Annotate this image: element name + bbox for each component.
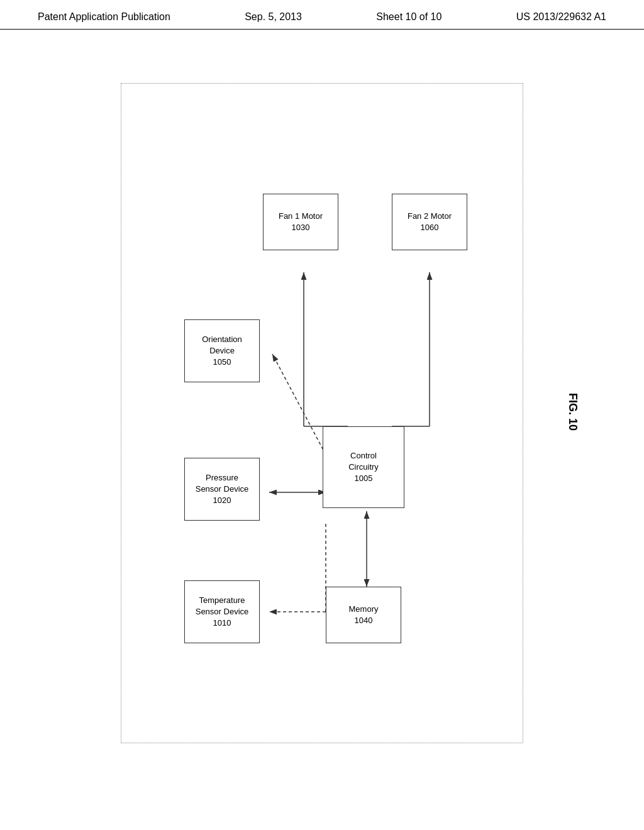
- pressure-label-line2: Sensor Device: [196, 484, 249, 495]
- diagram-container: Fan 1 Motor 1030 Fan 2 Motor 1060 Orient…: [121, 83, 523, 743]
- orientation-device-block: Orientation Device 1050: [184, 319, 260, 382]
- memory-label-line1: Memory: [349, 604, 379, 615]
- temp-label-line1: Temperature: [199, 595, 245, 606]
- orientation-label-line3: 1050: [213, 357, 231, 368]
- arrows-svg: [121, 84, 523, 743]
- orientation-label-line2: Device: [209, 345, 235, 357]
- memory-label-line2: 1040: [355, 615, 373, 626]
- page-header: Patent Application Publication Sep. 5, 2…: [0, 0, 644, 30]
- pressure-label-line3: 1020: [213, 495, 231, 506]
- fan1-motor-block: Fan 1 Motor 1030: [263, 194, 338, 250]
- control-label-line3: 1005: [355, 473, 373, 484]
- header-sheet-info: Sheet 10 of 10: [376, 11, 441, 23]
- svg-line-6: [272, 354, 326, 455]
- control-label-line2: Circuitry: [348, 462, 379, 473]
- header-publication-label: Patent Application Publication: [38, 11, 170, 23]
- control-circuitry-block: Control Circuitry 1005: [323, 426, 404, 508]
- pressure-sensor-block: Pressure Sensor Device 1020: [184, 458, 260, 521]
- main-content: 1000: [0, 30, 644, 797]
- fan1-label-line1: Fan 1 Motor: [279, 211, 323, 222]
- fan2-label-line2: 1060: [421, 222, 439, 233]
- fan2-motor-block: Fan 2 Motor 1060: [392, 194, 467, 250]
- pressure-label-line1: Pressure: [206, 472, 238, 484]
- temp-label-line3: 1010: [213, 617, 231, 629]
- temp-label-line2: Sensor Device: [196, 606, 249, 617]
- fig-label: FIG. 10: [566, 393, 579, 433]
- temperature-sensor-block: Temperature Sensor Device 1010: [184, 580, 260, 643]
- header-patent-number: US 2013/229632 A1: [516, 11, 606, 23]
- header-date: Sep. 5, 2013: [245, 11, 302, 23]
- orientation-label-line1: Orientation: [202, 334, 242, 345]
- fan1-label-line2: 1030: [292, 222, 310, 233]
- fan2-label-line1: Fan 2 Motor: [408, 211, 452, 222]
- memory-block: Memory 1040: [326, 587, 401, 643]
- control-label-line1: Control: [350, 450, 377, 462]
- fig-label-text: FIG. 10: [566, 393, 579, 431]
